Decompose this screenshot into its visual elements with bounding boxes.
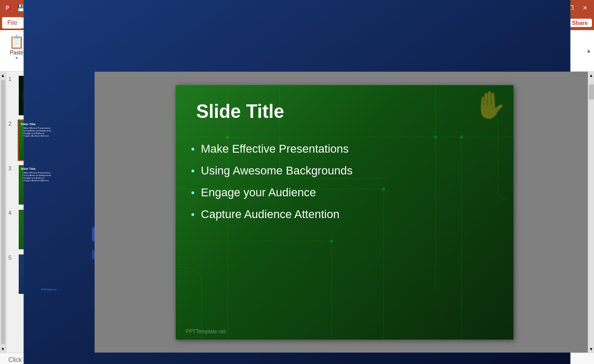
handprint-decoration: ✋	[473, 89, 507, 121]
slide-thumb-5[interactable]: PPTTemplate.net	[18, 253, 80, 295]
slide-area: ✋ Slide Title • Make Effective Presentat…	[95, 72, 594, 353]
bullet-dot-4: •	[191, 209, 195, 221]
svg-point-27	[330, 239, 333, 242]
bullet-dot-2: •	[191, 165, 195, 177]
slide-canvas[interactable]: ✋ Slide Title • Make Effective Presentat…	[176, 85, 513, 340]
main-content: ▲ ▼ 1	[0, 72, 594, 353]
slide-5-url: PPTTemplate.net	[41, 288, 57, 291]
bullet-4: • Capture Audience Attention	[191, 208, 503, 221]
slide-item-5[interactable]: 5 PPTTemplate.net	[8, 253, 92, 295]
vscroll-down-btn[interactable]: ▼	[588, 345, 594, 353]
slide-bullets[interactable]: • Make Effective Presentations • Using A…	[191, 142, 503, 230]
svg-point-29	[434, 136, 437, 139]
bullet-1: • Make Effective Presentations	[191, 142, 503, 156]
bullet-2: • Using Awesome Backgrounds	[191, 164, 503, 178]
vscroll-up-btn[interactable]: ▲	[588, 72, 594, 79]
svg-point-30	[460, 136, 463, 139]
slide-title[interactable]: Slide Title	[196, 101, 284, 123]
vscroll-track	[588, 79, 594, 345]
slide-watermark: PPTTemplate.net	[186, 329, 226, 334]
bullet-dot-1: •	[191, 143, 195, 155]
vscroll-thumb[interactable]	[589, 84, 594, 100]
svg-point-26	[226, 136, 229, 139]
bullet-dot-3: •	[191, 187, 195, 199]
bullet-3: • Engage your Audience	[191, 186, 503, 199]
slide-panel: 1 Security Template	[6, 72, 95, 353]
slide-area-vscroll: ▲ ▼	[588, 72, 594, 353]
